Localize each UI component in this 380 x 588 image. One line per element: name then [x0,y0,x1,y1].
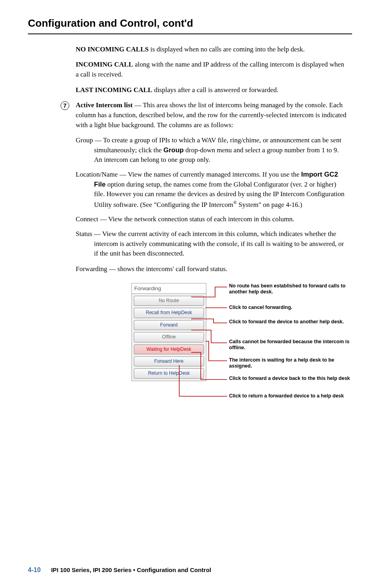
annot-waiting: The intercom is waiting for a help desk … [229,357,353,370]
annot-no-route: No route has been established to forward… [229,283,353,295]
panel-header: Forwarding [132,283,206,294]
sub-status: Status — View the current activity of ea… [76,229,348,259]
offline-button[interactable]: Offline [134,332,204,342]
annot-offline: Calls cannot be forwarded because the in… [229,339,353,351]
section-title: Configuration and Control, cont'd [28,16,352,34]
para-last-incoming: LAST INCOMING CALL displays after a call… [76,85,348,95]
para-incoming: INCOMING CALL along with the name and IP… [76,60,348,79]
item-7-para: Active Intercom list — This area shows t… [76,100,348,130]
term-last-incoming: LAST INCOMING CALL [76,86,152,94]
term-no-incoming: NO INCOMING CALLS [76,45,149,53]
term-incoming: INCOMING CALL [76,61,133,68]
term-active-intercom-list: Active Intercom list [76,101,133,109]
forward-here-button[interactable]: Forward Here [134,356,204,366]
waiting-for-helpdesk-button[interactable]: Waiting for HelpDesk [134,344,204,354]
registered-icon: ® [233,200,237,205]
sub-connect: Connect — View the network connection st… [76,214,348,224]
annot-fwd-here: Click to forward a device back to the th… [229,376,353,382]
body-content: NO INCOMING CALLS is displayed when no c… [28,45,352,411]
text: displays after a call is answered or for… [152,86,278,94]
return-to-helpdesk-button[interactable]: Return to HelpDesk [134,368,204,378]
para-no-incoming: NO INCOMING CALLS is displayed when no c… [76,45,348,55]
text: Location/Name — View the names of curren… [76,171,301,178]
ui-term-group: Group [163,146,184,154]
sub-forwarding: Forwarding — shows the intercoms' call f… [76,264,348,274]
text: is displayed when no calls are coming in… [149,45,305,53]
sub-location-name: Location/Name — View the names of curren… [76,170,348,210]
item-7: 7 Active Intercom list — This area shows… [76,100,348,274]
annot-return: Click to return a forwarded device to a … [229,393,353,399]
annot-recall: Click to cancel forwarding. [229,305,353,311]
text: option during setup, the names come from… [94,181,345,208]
forwarding-panel: Forwarding No Route Recall from HelpDesk… [131,283,206,381]
forward-button[interactable]: Forward [134,320,204,330]
marker-7-icon: 7 [61,101,69,110]
forwarding-diagram: Forwarding No Route Recall from HelpDesk… [131,283,355,411]
text: System" on page 4-16.) [237,201,302,208]
footer-title: IPI 100 Series, IPI 200 Series • Configu… [51,566,211,573]
recall-from-helpdesk-button[interactable]: Recall from HelpDesk [134,308,204,318]
sub-group: Group — To create a group of IPIs to whi… [76,136,348,165]
page-footer: 4-10 IPI 100 Series, IPI 200 Series • Co… [28,565,211,574]
page-number: 4-10 [28,566,41,573]
annot-forward: Click to forward the device to another h… [229,319,353,325]
no-route-button[interactable]: No Route [134,296,204,306]
